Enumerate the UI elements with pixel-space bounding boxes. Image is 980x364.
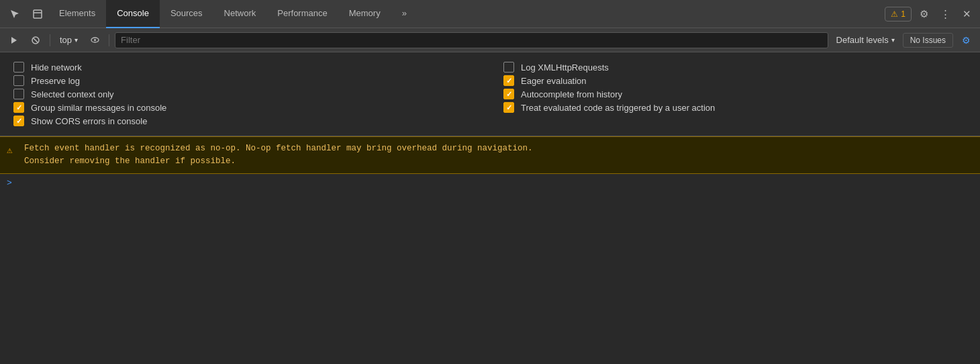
show-cors-checkbox[interactable] [13, 116, 24, 126]
context-label: top [60, 35, 72, 45]
hide-network-checkbox-row[interactable]: Hide network [13, 60, 477, 74]
tab-console[interactable]: Console [106, 0, 160, 28]
preserve-log-label: Preserve log [31, 76, 80, 86]
tab-list: Elements Console Sources Network Perform… [48, 0, 885, 28]
console-toolbar: top ▾ Default levels ▾ No Issues ⚙ [0, 28, 980, 52]
eye-icon[interactable] [86, 32, 103, 49]
warning-badge[interactable]: ⚠ 1 [885, 7, 912, 21]
warning-icon: ⚠ [7, 144, 12, 158]
treat-evaluated-checkbox[interactable] [503, 102, 514, 113]
tab-bar-actions: ⚠ 1 ⚙ ⋮ ✕ [885, 5, 976, 24]
tab-sources[interactable]: Sources [160, 0, 213, 28]
selected-context-label: Selected context only [31, 89, 114, 99]
cursor-icon[interactable] [4, 3, 26, 25]
hide-network-checkbox[interactable] [13, 62, 24, 73]
chevron-down-icon: ▾ [75, 36, 78, 44]
log-xmlhttp-checkbox-row[interactable]: Log XMLHttpRequests [503, 60, 967, 74]
selected-context-checkbox[interactable] [13, 89, 24, 99]
treat-evaluated-checkbox-row[interactable]: Treat evaluated code as triggered by a u… [503, 101, 967, 114]
eager-eval-checkbox-row[interactable]: Eager evaluation [503, 74, 967, 87]
warning-count: 1 [901, 9, 905, 19]
selected-context-checkbox-row[interactable]: Selected context only [13, 87, 477, 101]
group-similar-checkbox-row[interactable]: Group similar messages in console [13, 101, 477, 114]
console-input[interactable] [16, 178, 973, 188]
svg-line-4 [34, 38, 38, 42]
tab-memory[interactable]: Memory [338, 0, 391, 28]
clear-icon[interactable] [27, 32, 44, 49]
eager-eval-checkbox[interactable] [503, 75, 514, 86]
warning-line1: Fetch event handler is recognized as no-… [24, 142, 972, 155]
tab-network[interactable]: Network [213, 0, 267, 28]
tab-more[interactable]: » [391, 0, 418, 28]
filter-input[interactable] [115, 32, 828, 48]
svg-marker-2 [11, 37, 17, 44]
close-icon[interactable]: ✕ [957, 5, 976, 24]
separator [50, 34, 50, 46]
context-selector[interactable]: top ▾ [56, 34, 82, 46]
tab-performance[interactable]: Performance [266, 0, 338, 28]
log-xmlhttp-label: Log XMLHttpRequests [521, 62, 609, 73]
eager-eval-label: Eager evaluation [521, 76, 587, 86]
default-levels-button[interactable]: Default levels ▾ [832, 34, 899, 46]
chevron-down-icon2: ▾ [891, 36, 895, 44]
tab-bar: Elements Console Sources Network Perform… [0, 0, 980, 28]
show-cors-label: Show CORS errors in console [31, 116, 147, 126]
warning-line2: Consider removing the handler if possibl… [24, 155, 972, 168]
console-input-area: > [0, 174, 980, 192]
svg-point-6 [94, 39, 96, 41]
tab-elements[interactable]: Elements [48, 0, 106, 28]
no-issues-button[interactable]: No Issues [903, 33, 953, 48]
separator2 [109, 34, 109, 46]
preserve-log-checkbox[interactable] [13, 75, 24, 86]
settings-left-column: Hide network Preserve log Selected conte… [13, 60, 477, 128]
preserve-log-checkbox-row[interactable]: Preserve log [13, 74, 477, 87]
console-settings-icon[interactable]: ⚙ [957, 32, 975, 49]
autocomplete-checkbox-row[interactable]: Autocomplete from history [503, 87, 967, 101]
settings-grid: Hide network Preserve log Selected conte… [13, 60, 967, 128]
warning-triangle-icon: ⚠ [891, 9, 898, 19]
warning-message: ⚠ Fetch event handler is recognized as n… [0, 136, 980, 174]
dock-icon[interactable] [27, 3, 48, 25]
execute-icon[interactable] [5, 32, 23, 49]
group-similar-checkbox[interactable] [13, 102, 24, 113]
hide-network-label: Hide network [31, 62, 82, 73]
autocomplete-checkbox[interactable] [503, 89, 514, 99]
log-xmlhttp-checkbox[interactable] [503, 62, 514, 73]
group-similar-label: Group similar messages in console [31, 103, 166, 113]
treat-evaluated-label: Treat evaluated code as triggered by a u… [521, 103, 715, 113]
autocomplete-label: Autocomplete from history [521, 89, 622, 99]
console-prompt: > [7, 178, 12, 188]
settings-icon[interactable]: ⚙ [914, 5, 933, 24]
show-cors-checkbox-row[interactable]: Show CORS errors in console [13, 114, 477, 128]
settings-right-column: Log XMLHttpRequests Eager evaluation Aut… [503, 60, 967, 128]
svg-rect-0 [34, 10, 42, 18]
settings-panel: Hide network Preserve log Selected conte… [0, 52, 980, 136]
more-options-icon[interactable]: ⋮ [936, 5, 954, 24]
